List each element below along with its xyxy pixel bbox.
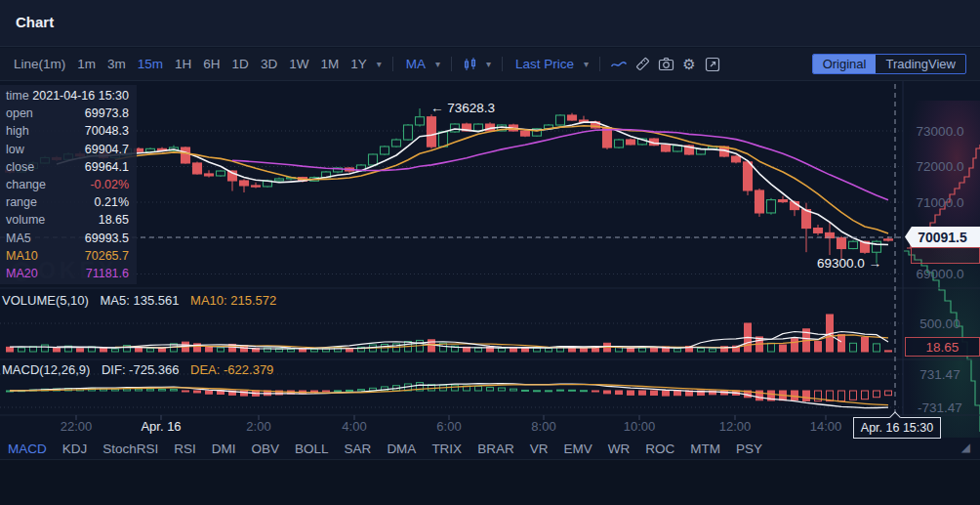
interval-button-1y[interactable]: 1Y — [345, 57, 373, 71]
divider — [392, 57, 393, 71]
spread-highlight-box — [911, 247, 980, 264]
chart-app: Chart Line(1m)1m3m15m1H6H1D3D1W1M1Y ▾ MA… — [0, 0, 980, 505]
settings-gear-icon[interactable]: ⚙ — [677, 55, 701, 74]
interval-button-1d[interactable]: 1D — [226, 57, 255, 71]
info-row-ma5: MA569993.5 — [0, 230, 137, 247]
indicator-tab-bar: MACDKDJStochRSIRSIDMIOBVBOLLSARDMATRIXBR… — [0, 438, 980, 459]
indicator-tab-emv[interactable]: EMV — [563, 442, 592, 456]
chart-toolbar: Line(1m)1m3m15m1H6H1D3D1W1M1Y ▾ MA ▾ ▾ L… — [0, 48, 980, 81]
tradingview-mode-button[interactable]: TradingView — [876, 55, 965, 73]
indicator-tab-macd[interactable]: MACD — [8, 442, 47, 456]
info-row-ma20: MA2071181.6 — [0, 265, 137, 282]
interval-button-6h[interactable]: 6H — [197, 57, 225, 71]
info-row-change: change-0.02% — [0, 176, 137, 193]
interval-button-15m[interactable]: 15m — [132, 57, 169, 71]
x-axis-label: 2:00 — [246, 419, 270, 434]
original-mode-button[interactable]: Original — [813, 55, 877, 73]
indicator-tab-trix[interactable]: TRIX — [431, 442, 462, 456]
fullscreen-icon[interactable] — [701, 55, 724, 74]
indicator-tab-wr[interactable]: WR — [608, 442, 631, 456]
ruler-icon[interactable] — [631, 55, 654, 74]
camera-icon[interactable] — [654, 55, 677, 74]
price-axis-label: 73000.0 — [917, 124, 964, 139]
x-axis-label: 14:00 — [810, 419, 842, 434]
candle-type-chevron-down-icon[interactable]: ▾ — [482, 59, 495, 69]
x-axis-label: 10:00 — [624, 419, 656, 434]
indicator-tab-stochrsi[interactable]: StochRSI — [102, 442, 158, 456]
crosshair-time-tooltip: Apr. 16 15:30 — [853, 417, 941, 439]
indicator-tab-dma[interactable]: DMA — [387, 442, 416, 456]
page-title: Chart — [16, 14, 54, 30]
x-axis-label: 12:00 — [719, 419, 752, 434]
resize-handle-icon[interactable]: ◢ — [961, 441, 970, 454]
interval-button-1h[interactable]: 1H — [169, 57, 197, 71]
price-axis-label: 69000.0 — [917, 267, 964, 281]
interval-button-line(1m)[interactable]: Line(1m) — [8, 57, 71, 71]
info-row-range: range0.21% — [0, 193, 137, 211]
volume-axis-label: 500.00 — [919, 316, 960, 331]
interval-button-1m[interactable]: 1m — [71, 57, 102, 71]
ohlc-info-panel: time2021-04-16 15:30open69973.8high70048… — [0, 85, 137, 284]
indicator-tab-mtm[interactable]: MTM — [690, 442, 720, 456]
volume-pane-header: VOLUME(5,10) MA5: 135.561 MA10: 215.572 — [2, 293, 284, 308]
macd-axis-bottom-label: -731.47 — [918, 400, 962, 415]
last-price-label: 70091.5 — [905, 227, 980, 247]
macd-axis-top-label: 731.47 — [919, 367, 960, 382]
indicator-tab-boll[interactable]: BOLL — [295, 442, 329, 456]
current-volume-label: 18.65 — [905, 337, 980, 357]
interval-more-chevron-down-icon[interactable]: ▾ — [373, 59, 386, 69]
info-row-volume: volume18.65 — [0, 211, 137, 229]
ma-chevron-down-icon[interactable]: ▾ — [431, 59, 444, 69]
low-annotation: 69300.0 → — [817, 256, 881, 271]
indicator-tab-psy[interactable]: PSY — [736, 442, 762, 456]
macd-pane-header: MACD(12,26,9) DIF: -725.366 DEA: -622.37… — [2, 362, 281, 377]
candlestick-chart-canvas[interactable]: 73000.072000.071000.069000.0500.00731.47… — [0, 81, 980, 438]
info-row-close: close69964.1 — [0, 158, 137, 176]
volume-title: VOLUME(5,10) — [2, 293, 89, 308]
divider — [502, 57, 503, 71]
interval-button-1m[interactable]: 1M — [314, 57, 345, 71]
x-axis-label: 6:00 — [436, 419, 461, 434]
interval-button-1w[interactable]: 1W — [283, 57, 314, 71]
indicator-tab-obv[interactable]: OBV — [252, 442, 280, 456]
macd-title: MACD(12,26,9) — [2, 362, 90, 377]
indicator-tab-roc[interactable]: ROC — [645, 442, 674, 456]
macd-dea-value: DEA: -622.379 — [190, 362, 273, 377]
ma-selector[interactable]: MA — [400, 57, 431, 71]
high-annotation: ← 73628.3 — [430, 101, 495, 115]
last-price-selector[interactable]: Last Price — [510, 57, 580, 71]
divider — [451, 57, 452, 71]
x-axis-label: Apr. 16 — [141, 419, 181, 434]
info-row-ma10: MA1070265.7 — [0, 247, 137, 265]
volume-ma5-value: MA5: 135.561 — [101, 293, 180, 308]
last-price-chevron-down-icon[interactable]: ▾ — [580, 59, 592, 69]
candle-type-icon[interactable] — [459, 55, 482, 74]
indicator-tab-vr[interactable]: VR — [530, 442, 549, 456]
info-row-high: high70048.3 — [0, 122, 137, 140]
interval-group: Line(1m)1m3m15m1H6H1D3D1W1M1Y — [8, 57, 373, 71]
info-row-time: time2021-04-16 15:30 — [0, 87, 137, 105]
title-bar: Chart — [0, 0, 980, 47]
interval-button-3m[interactable]: 3m — [102, 57, 132, 71]
interval-button-3d[interactable]: 3D — [255, 57, 283, 71]
x-axis-label: 8:00 — [531, 419, 555, 434]
indicator-tab-dmi[interactable]: DMI — [212, 442, 236, 456]
indicator-tab-sar[interactable]: SAR — [345, 442, 372, 456]
info-row-open: open69973.8 — [0, 105, 137, 122]
indicator-tab-rsi[interactable]: RSI — [174, 442, 196, 456]
line-style-icon[interactable] — [607, 55, 631, 74]
info-row-low: low69904.7 — [0, 141, 137, 158]
x-axis-label: 4:00 — [342, 419, 366, 434]
volume-ma10-value: MA10: 215.572 — [190, 293, 276, 308]
x-axis-label: 22:00 — [61, 419, 93, 434]
divider — [599, 57, 600, 71]
indicator-tab-kdj[interactable]: KDJ — [62, 442, 88, 456]
indicator-tab-brar[interactable]: BRAR — [477, 442, 514, 456]
chart-mode-toggle: Original TradingView — [812, 54, 966, 74]
price-axis-label: 72000.0 — [917, 159, 964, 174]
macd-dif-value: DIF: -725.366 — [102, 362, 180, 377]
bottom-strip — [0, 459, 980, 505]
price-axis-label: 71000.0 — [917, 195, 964, 210]
